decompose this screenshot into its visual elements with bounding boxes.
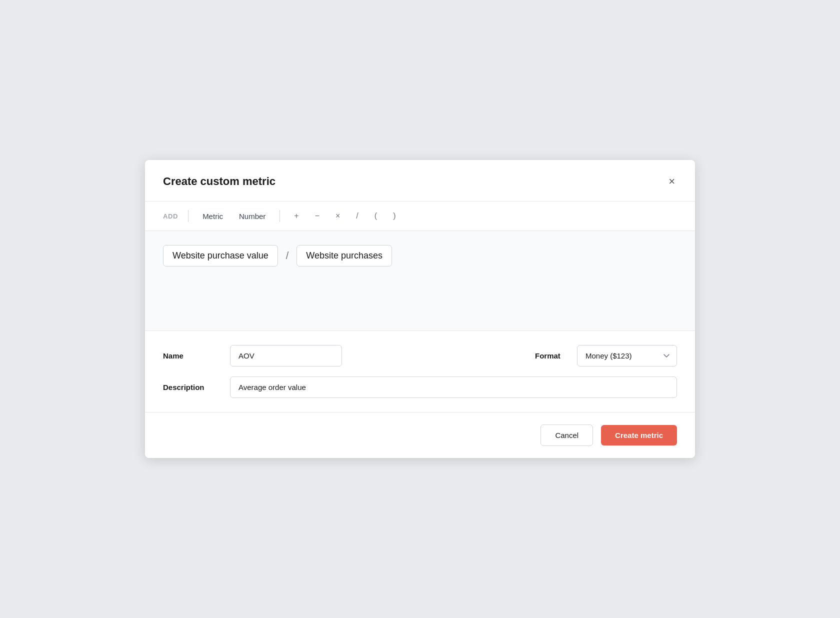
- description-label: Description: [163, 383, 218, 392]
- multiply-operator-button[interactable]: ×: [332, 210, 344, 222]
- toolbar-divider-2: [280, 210, 280, 222]
- format-group: Format Money ($123) Number Percentage Du…: [535, 345, 677, 366]
- modal-header: Create custom metric ×: [145, 160, 695, 202]
- metric-chip-purchases[interactable]: Website purchases: [296, 245, 392, 266]
- metric-button[interactable]: Metric: [198, 210, 227, 222]
- name-label: Name: [163, 352, 218, 360]
- close-button[interactable]: ×: [666, 174, 677, 189]
- format-select[interactable]: Money ($123) Number Percentage Duration: [577, 345, 677, 366]
- plus-operator-button[interactable]: +: [290, 210, 302, 222]
- toolbar-divider: [188, 210, 188, 222]
- modal-title: Create custom metric: [163, 175, 276, 188]
- format-label: Format: [535, 352, 565, 360]
- close-paren-button[interactable]: ): [389, 210, 400, 222]
- cancel-button[interactable]: Cancel: [540, 424, 593, 446]
- toolbar: ADD Metric Number + − × / ( ): [145, 202, 695, 231]
- modal-dialog: Create custom metric × ADD Metric Number…: [145, 160, 695, 458]
- name-group: Name: [163, 345, 342, 366]
- name-format-row: Name Format Money ($123) Number Percenta…: [163, 345, 677, 366]
- form-section: Name Format Money ($123) Number Percenta…: [145, 331, 695, 412]
- divide-operator-button[interactable]: /: [352, 210, 362, 222]
- formula-row: Website purchase value / Website purchas…: [163, 245, 677, 266]
- description-row: Description: [163, 376, 677, 398]
- divide-operator-display: /: [284, 250, 291, 262]
- number-button[interactable]: Number: [235, 210, 270, 222]
- formula-section: Website purchase value / Website purchas…: [145, 231, 695, 331]
- name-input[interactable]: [230, 345, 342, 366]
- form-grid: Name Format Money ($123) Number Percenta…: [163, 345, 677, 398]
- create-metric-button[interactable]: Create metric: [601, 425, 677, 446]
- open-paren-button[interactable]: (: [370, 210, 381, 222]
- add-label: ADD: [163, 212, 178, 220]
- modal-footer: Cancel Create metric: [145, 412, 695, 458]
- description-input[interactable]: [230, 376, 677, 398]
- metric-chip-purchase-value[interactable]: Website purchase value: [163, 245, 278, 266]
- minus-operator-button[interactable]: −: [311, 210, 324, 222]
- modal-overlay: Create custom metric × ADD Metric Number…: [0, 0, 840, 618]
